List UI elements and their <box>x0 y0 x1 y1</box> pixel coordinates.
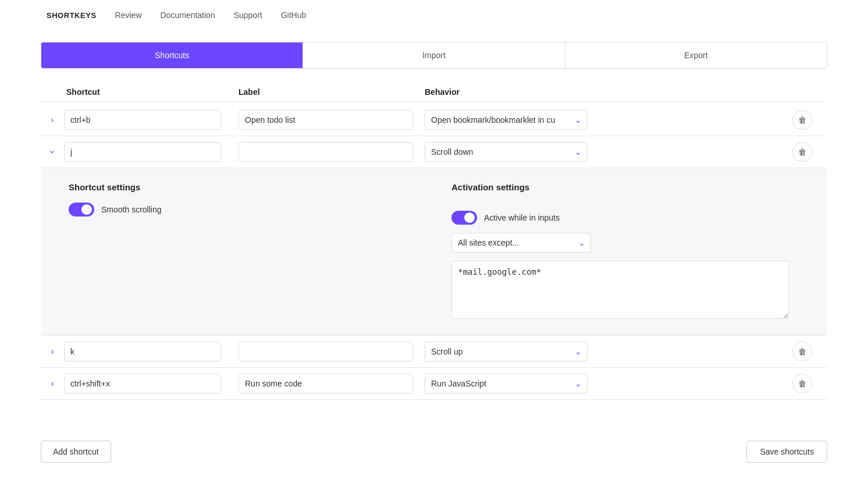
save-shortcuts-button[interactable]: Save shortcuts <box>746 441 827 463</box>
row4-label-input[interactable] <box>239 374 413 393</box>
row3-shortcut-input[interactable] <box>64 342 221 361</box>
active-in-inputs-row: Active while in inputs <box>451 211 799 225</box>
row4-behavior-wrapper: Scroll down Scroll up Open bookmark/book… <box>425 374 588 393</box>
row3-main: › Scroll down Scroll up Open bookmark/bo… <box>41 336 827 367</box>
row2-shortcut-input[interactable] <box>64 142 221 162</box>
row3-label-input[interactable] <box>239 342 413 361</box>
row3-behavior-select[interactable]: Scroll down Scroll up Open bookmark/book… <box>425 342 588 361</box>
shortcut-settings-title: Shortcut settings <box>69 182 417 192</box>
tab-export[interactable]: Export <box>565 42 827 68</box>
row2-delete-btn[interactable]: 🗑 <box>792 142 812 162</box>
nav-support[interactable]: Support <box>234 10 262 20</box>
row4-expand-btn[interactable]: › <box>41 376 64 391</box>
row1-delete-btn[interactable]: 🗑 <box>792 110 812 130</box>
table-row: › Scroll down Scroll up Open bookmark/bo… <box>41 336 827 368</box>
smooth-scrolling-toggle[interactable] <box>69 203 94 217</box>
active-in-inputs-track <box>451 211 477 225</box>
table-row: › Open bookmark/bookmarklet in cu Scroll… <box>41 104 827 136</box>
main-content: Shortcuts Import Export Shortcut Label B… <box>0 30 868 423</box>
smooth-scrolling-label: Smooth scrolling <box>101 205 162 214</box>
row2-expand-btn[interactable]: › <box>45 140 60 164</box>
tab-bar: Shortcuts Import Export <box>41 42 827 69</box>
nav-brand[interactable]: SHORTKEYS <box>47 11 97 20</box>
row1-label-input[interactable] <box>239 110 413 130</box>
smooth-scrolling-row: Smooth scrolling <box>69 203 417 217</box>
active-in-inputs-thumb <box>464 212 475 223</box>
row4-main: › Scroll down Scroll up Open bookmark/bo… <box>41 368 827 399</box>
add-shortcut-button[interactable]: Add shortcut <box>41 441 111 463</box>
sites-filter-wrapper: All sites except... Only these sites All… <box>451 233 591 253</box>
nav-github[interactable]: GitHub <box>281 10 307 20</box>
row1-behavior-select[interactable]: Open bookmark/bookmarklet in cu Scroll d… <box>425 110 588 130</box>
col-behavior-header: Behavior <box>425 87 792 97</box>
tab-shortcuts[interactable]: Shortcuts <box>41 42 303 68</box>
row2-label-input[interactable] <box>239 142 413 162</box>
active-in-inputs-label: Active while in inputs <box>484 213 560 222</box>
smooth-scrolling-track <box>69 203 94 217</box>
row1-shortcut-input[interactable] <box>64 110 221 130</box>
row3-delete-btn[interactable]: 🗑 <box>792 342 812 361</box>
row1-behavior-wrapper: Open bookmark/bookmarklet in cu Scroll d… <box>425 110 588 130</box>
activation-settings-title: Activation settings <box>451 182 799 192</box>
row1-expand-btn[interactable]: › <box>41 112 64 127</box>
nav-review[interactable]: Review <box>115 10 142 20</box>
sites-filter-select[interactable]: All sites except... Only these sites All… <box>451 233 591 253</box>
nav-documentation[interactable]: Documentation <box>161 10 215 20</box>
table-row: › Scroll down Scroll up Open bookmark/bo… <box>41 136 827 336</box>
activation-settings-section: Activation settings Active while in inpu… <box>451 182 799 319</box>
row3-behavior-wrapper: Scroll down Scroll up Open bookmark/book… <box>425 342 588 361</box>
row2-main: › Scroll down Scroll up Open bookmark/bo… <box>41 136 827 168</box>
row4-behavior-select[interactable]: Scroll down Scroll up Open bookmark/book… <box>425 374 588 393</box>
smooth-scrolling-thumb <box>81 204 92 215</box>
sites-textarea[interactable]: *mail.google.com* <box>451 261 789 319</box>
row2-behavior-select[interactable]: Scroll down Scroll up Open bookmark/book… <box>425 142 588 162</box>
row2-expanded-panel: Shortcut settings Smooth scrolling Activ… <box>41 168 827 335</box>
table-header: Shortcut Label Behavior <box>41 83 827 102</box>
row3-expand-btn[interactable]: › <box>41 344 64 359</box>
row4-delete-btn[interactable]: 🗑 <box>792 374 812 393</box>
nav-bar: SHORTKEYS Review Documentation Support G… <box>0 0 868 30</box>
footer: Add shortcut Save shortcuts <box>0 429 868 474</box>
col-shortcut-header: Shortcut <box>64 87 239 97</box>
row2-behavior-wrapper: Scroll down Scroll up Open bookmark/book… <box>425 142 588 162</box>
col-label-header: Label <box>239 87 425 97</box>
table-row: › Scroll down Scroll up Open bookmark/bo… <box>41 368 827 400</box>
row1-main: › Open bookmark/bookmarklet in cu Scroll… <box>41 104 827 136</box>
shortcut-settings-section: Shortcut settings Smooth scrolling <box>69 182 417 319</box>
tab-import[interactable]: Import <box>303 42 565 68</box>
active-in-inputs-toggle[interactable] <box>451 211 477 225</box>
row4-shortcut-input[interactable] <box>64 374 221 393</box>
